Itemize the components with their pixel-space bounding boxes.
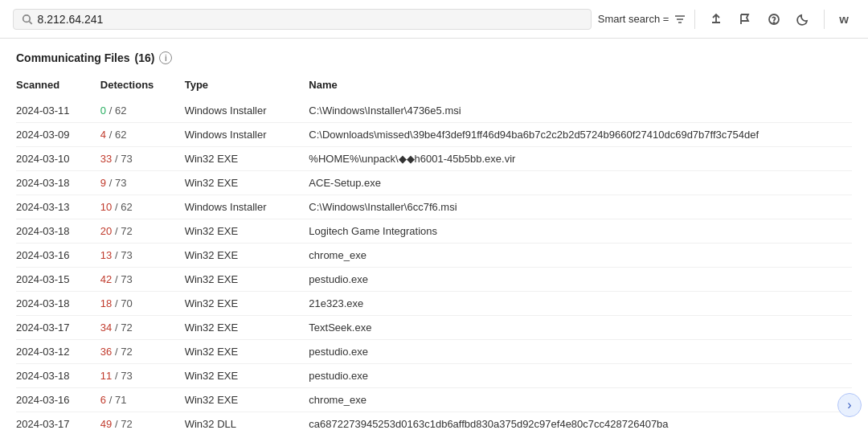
cell-detections: 11 / 73: [100, 364, 185, 388]
divider2: [824, 10, 825, 29]
cell-scanned: 2024-03-11: [16, 99, 100, 123]
cell-type: Win32 EXE: [185, 147, 309, 171]
cell-type: Win32 EXE: [185, 316, 309, 340]
table-row[interactable]: 2024-03-13 10 / 62 Windows Installer C:\…: [16, 195, 852, 219]
cell-scanned: 2024-03-15: [16, 268, 100, 292]
theme-button[interactable]: [790, 8, 816, 31]
det-num: 13: [100, 249, 112, 261]
det-num: 20: [100, 225, 112, 237]
cell-name[interactable]: C:\Windows\Installer\6cc7f6.msi: [309, 195, 852, 219]
divider: [694, 10, 695, 29]
det-total: 73: [121, 249, 132, 261]
col-name: Name: [309, 76, 852, 99]
header-actions: Smart search = w: [598, 7, 855, 31]
cell-detections: 13 / 73: [100, 244, 185, 268]
det-separator: /: [109, 129, 115, 141]
flag-icon: [739, 13, 751, 26]
det-num: 4: [100, 129, 106, 141]
flag-button[interactable]: [732, 8, 758, 31]
table-row[interactable]: 2024-03-16 13 / 73 Win32 EXE chrome_exe: [16, 244, 852, 268]
filter-icon[interactable]: [674, 13, 686, 26]
cell-name[interactable]: C:\Windows\Installer\4736e5.msi: [309, 99, 852, 123]
table-row[interactable]: 2024-03-17 34 / 72 Win32 EXE TextSeek.ex…: [16, 316, 852, 340]
det-num: 49: [100, 418, 112, 430]
cell-detections: 9 / 73: [100, 171, 185, 195]
cell-name[interactable]: %HOME%\unpack\◆◆h6001-45b5bb.exe.vir: [309, 147, 852, 171]
cell-detections: 36 / 72: [100, 340, 185, 364]
cell-type: Win32 EXE: [185, 292, 309, 316]
det-num: 11: [100, 370, 112, 382]
cell-name[interactable]: pestudio.exe: [309, 364, 852, 388]
table-row[interactable]: 2024-03-18 20 / 72 Win32 EXE Logitech Ga…: [16, 219, 852, 244]
cell-detections: 6 / 71: [100, 388, 185, 412]
info-icon[interactable]: i: [159, 51, 172, 64]
cell-scanned: 2024-03-16: [16, 388, 100, 412]
det-total: 62: [115, 129, 126, 141]
cell-name[interactable]: ca6872273945253d0163c1db6affbd830a375d92…: [309, 412, 852, 431]
det-total: 70: [121, 297, 132, 309]
det-total: 72: [121, 346, 132, 358]
table-row[interactable]: 2024-03-12 36 / 72 Win32 EXE pestudio.ex…: [16, 340, 852, 364]
table-row[interactable]: 2024-03-11 0 / 62 Windows Installer C:\W…: [16, 99, 852, 123]
cell-name[interactable]: Logitech Game Integrations: [309, 219, 852, 244]
cell-name[interactable]: chrome_exe: [309, 244, 852, 268]
cell-detections: 49 / 72: [100, 412, 185, 431]
table-row[interactable]: 2024-03-15 42 / 73 Win32 EXE pestudio.ex…: [16, 268, 852, 292]
cell-name[interactable]: C:\Downloads\missed\39be4f3def91ff46d94b…: [309, 123, 852, 147]
cell-name[interactable]: 21e323.exe: [309, 292, 852, 316]
search-bar[interactable]: [13, 9, 592, 30]
cell-scanned: 2024-03-09: [16, 123, 100, 147]
det-total: 73: [121, 370, 132, 382]
cell-type: Windows Installer: [185, 99, 309, 123]
search-icon: [22, 14, 33, 25]
svg-line-1: [29, 21, 31, 23]
cell-type: Win32 EXE: [185, 268, 309, 292]
det-num: 10: [100, 201, 112, 213]
table-row[interactable]: 2024-03-09 4 / 62 Windows Installer C:\D…: [16, 123, 852, 147]
det-separator: /: [109, 177, 115, 189]
cell-scanned: 2024-03-18: [16, 292, 100, 316]
cell-name[interactable]: pestudio.exe: [309, 340, 852, 364]
share-icon: [710, 13, 723, 26]
det-total: 73: [121, 273, 132, 285]
cell-detections: 0 / 62: [100, 99, 185, 123]
table-row[interactable]: 2024-03-18 18 / 70 Win32 EXE 21e323.exe: [16, 292, 852, 316]
cell-detections: 10 / 62: [100, 195, 185, 219]
table-row[interactable]: 2024-03-10 33 / 73 Win32 EXE %HOME%\unpa…: [16, 147, 852, 171]
table-row[interactable]: 2024-03-18 11 / 73 Win32 EXE pestudio.ex…: [16, 364, 852, 388]
table-header: Scanned Detections Type Name: [16, 76, 852, 99]
cell-scanned: 2024-03-10: [16, 147, 100, 171]
user-button[interactable]: w: [833, 7, 855, 31]
det-total: 73: [121, 153, 132, 165]
det-num: 34: [100, 321, 112, 334]
det-total: 73: [115, 177, 126, 189]
det-separator: /: [109, 394, 115, 406]
header: Smart search = w: [0, 0, 868, 39]
cell-scanned: 2024-03-13: [16, 195, 100, 219]
cell-name[interactable]: ACE-Setup.exe: [309, 171, 852, 195]
cell-detections: 4 / 62: [100, 123, 185, 147]
share-button[interactable]: [703, 8, 729, 31]
cell-type: Win32 EXE: [185, 171, 309, 195]
content: Communicating Files (16) i Scanned Detec…: [0, 39, 868, 430]
scroll-button[interactable]: ›: [837, 393, 862, 417]
svg-point-0: [23, 14, 31, 22]
cell-detections: 18 / 70: [100, 292, 185, 316]
cell-name[interactable]: chrome_exe: [309, 388, 852, 412]
section-title: Communicating Files (16) i: [16, 51, 852, 64]
det-num: 36: [100, 346, 112, 358]
table-row[interactable]: 2024-03-18 9 / 73 Win32 EXE ACE-Setup.ex…: [16, 171, 852, 195]
col-type: Type: [185, 76, 309, 99]
cell-name[interactable]: TextSeek.exe: [309, 316, 852, 340]
help-button[interactable]: [761, 8, 787, 31]
col-detections: Detections: [100, 76, 185, 99]
table-row[interactable]: 2024-03-17 49 / 72 Win32 DLL ca687227394…: [16, 412, 852, 431]
cell-type: Win32 EXE: [185, 340, 309, 364]
cell-type: Win32 DLL: [185, 412, 309, 431]
table-row[interactable]: 2024-03-16 6 / 71 Win32 EXE chrome_exe: [16, 388, 852, 412]
search-input[interactable]: [38, 13, 583, 26]
cell-name[interactable]: pestudio.exe: [309, 268, 852, 292]
det-num: 9: [100, 177, 106, 189]
cell-type: Win32 EXE: [185, 388, 309, 412]
cell-type: Win32 EXE: [185, 364, 309, 388]
